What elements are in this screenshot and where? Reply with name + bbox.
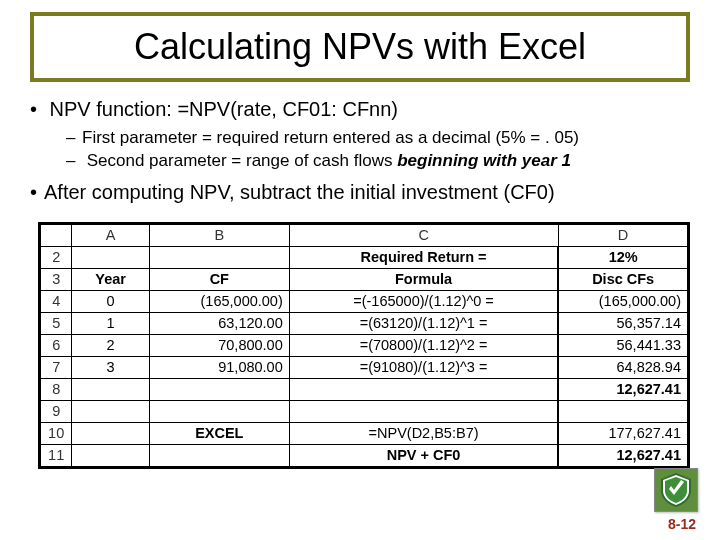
cell-B: 63,120.00 [149, 312, 289, 334]
cell-D [558, 400, 687, 422]
table-row: 9 [41, 400, 688, 422]
row-number: 11 [41, 444, 72, 466]
bullet-npv-fn: NPV function: =NPV(rate, CF01: CFnn) Fir… [44, 96, 690, 173]
bullet-text: NPV function: =NPV(rate, CF01: CFnn) [50, 98, 398, 120]
publisher-logo [654, 468, 698, 512]
cell-D: 64,828.94 [558, 356, 687, 378]
cell-B [149, 400, 289, 422]
excel-table-wrap: A B C D 2Required Return =12%3YearCFForm… [38, 222, 690, 469]
cell-C: Required Return = [289, 246, 558, 268]
cell-C: =(63120)/(1.12)^1 = [289, 312, 558, 334]
cell-A: 3 [72, 356, 149, 378]
col-header-row: A B C D [41, 224, 688, 246]
cell-A [72, 246, 149, 268]
title-box: Calculating NPVs with Excel [30, 12, 690, 82]
cell-A [72, 378, 149, 400]
table-row: 812,627.41 [41, 378, 688, 400]
cell-D: 56,357.14 [558, 312, 687, 334]
cell-C: =(70800)/(1.12)^2 = [289, 334, 558, 356]
cell-C [289, 400, 558, 422]
cell-A: 1 [72, 312, 149, 334]
cell-D: 12,627.41 [558, 444, 687, 466]
row-number: 6 [41, 334, 72, 356]
cell-B [149, 444, 289, 466]
cell-A [72, 444, 149, 466]
cell-C: =(91080)/(1.12)^3 = [289, 356, 558, 378]
cell-C [289, 378, 558, 400]
col-header-C: C [289, 224, 558, 246]
col-header-A: A [72, 224, 149, 246]
cell-A: 2 [72, 334, 149, 356]
bullet-subtract-cf0: After computing NPV, subtract the initia… [44, 179, 690, 206]
cell-D: Disc CFs [558, 268, 687, 290]
cell-A: 0 [72, 290, 149, 312]
subbullet-param2-em: beginning with year 1 [397, 151, 571, 170]
row-number: 5 [41, 312, 72, 334]
table-row: 3YearCFFormulaDisc CFs [41, 268, 688, 290]
subbullet-param1: First parameter = required return entere… [82, 127, 690, 150]
slide-title: Calculating NPVs with Excel [44, 26, 676, 68]
page-number: 8-12 [668, 516, 696, 532]
content-area: NPV function: =NPV(rate, CF01: CFnn) Fir… [0, 96, 720, 206]
table-row: 40(165,000.00)=(-165000)/(1.12)^0 =(165,… [41, 290, 688, 312]
table-row: 11NPV + CF012,627.41 [41, 444, 688, 466]
excel-table: A B C D 2Required Return =12%3YearCFForm… [40, 224, 688, 467]
cell-B: 70,800.00 [149, 334, 289, 356]
cell-B: (165,000.00) [149, 290, 289, 312]
row-number: 4 [41, 290, 72, 312]
row-number: 9 [41, 400, 72, 422]
row-number: 3 [41, 268, 72, 290]
table-row: 6270,800.00=(70800)/(1.12)^2 =56,441.33 [41, 334, 688, 356]
cell-B: 91,080.00 [149, 356, 289, 378]
cell-C: =NPV(D2,B5:B7) [289, 422, 558, 444]
table-row: 10EXCEL=NPV(D2,B5:B7)177,627.41 [41, 422, 688, 444]
cell-B: CF [149, 268, 289, 290]
row-number: 8 [41, 378, 72, 400]
cell-A: Year [72, 268, 149, 290]
table-row: 5163,120.00=(63120)/(1.12)^1 =56,357.14 [41, 312, 688, 334]
cell-D: (165,000.00) [558, 290, 687, 312]
cell-B: EXCEL [149, 422, 289, 444]
col-header-B: B [149, 224, 289, 246]
cell-D: 12,627.41 [558, 378, 687, 400]
cell-D: 177,627.41 [558, 422, 687, 444]
bullet-list-level2: First parameter = required return entere… [44, 127, 690, 173]
corner-cell [41, 224, 72, 246]
row-number: 2 [41, 246, 72, 268]
cell-C: Formula [289, 268, 558, 290]
bullet-list-level1: NPV function: =NPV(rate, CF01: CFnn) Fir… [30, 96, 690, 206]
cell-D: 56,441.33 [558, 334, 687, 356]
cell-B [149, 378, 289, 400]
row-number: 7 [41, 356, 72, 378]
table-row: 7391,080.00=(91080)/(1.12)^3 =64,828.94 [41, 356, 688, 378]
cell-A [72, 422, 149, 444]
check-shield-icon [661, 473, 691, 507]
cell-B [149, 246, 289, 268]
table-row: 2Required Return =12% [41, 246, 688, 268]
cell-C: =(-165000)/(1.12)^0 = [289, 290, 558, 312]
cell-A [72, 400, 149, 422]
col-header-D: D [558, 224, 687, 246]
subbullet-param2-text: Second parameter = range of cash flows [87, 151, 397, 170]
subbullet-param2: Second parameter = range of cash flows b… [82, 150, 690, 173]
cell-D: 12% [558, 246, 687, 268]
row-number: 10 [41, 422, 72, 444]
cell-C: NPV + CF0 [289, 444, 558, 466]
